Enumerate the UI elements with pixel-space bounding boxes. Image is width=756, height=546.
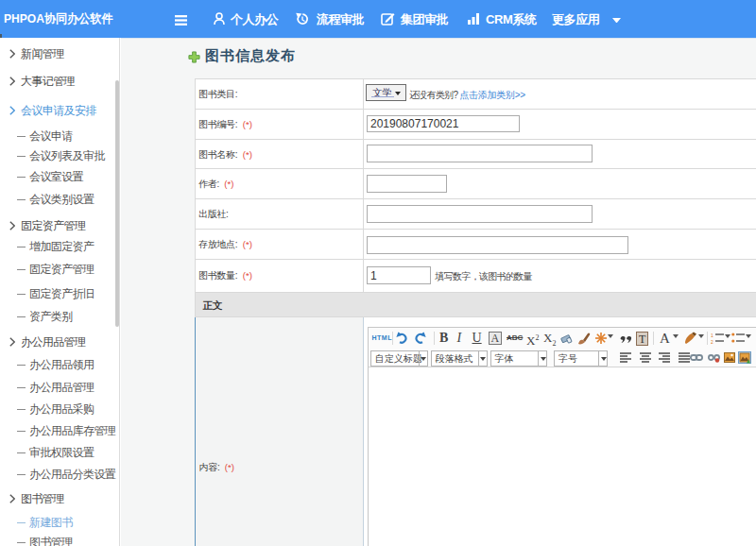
svg-text:1: 1	[711, 333, 713, 338]
svg-text:2: 2	[711, 338, 713, 344]
